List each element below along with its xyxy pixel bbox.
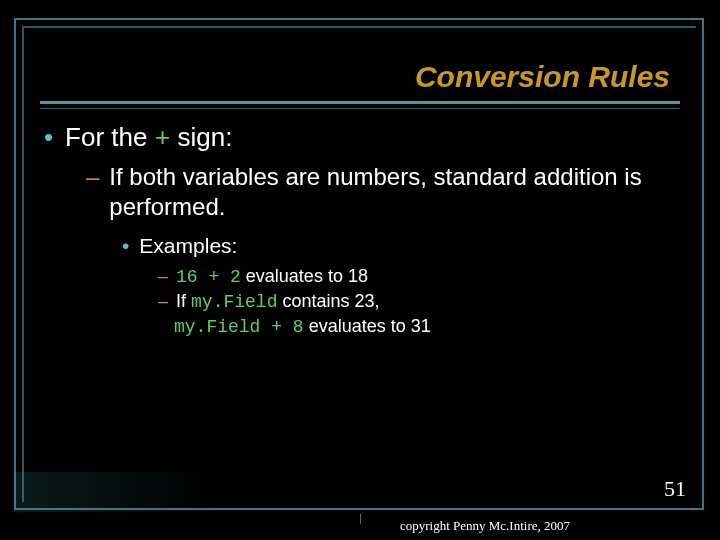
result-text: evaluates to 18 bbox=[241, 266, 368, 286]
code-expr: my.Field + 8 bbox=[174, 317, 304, 337]
example-1-text: 16 + 2 evaluates to 18 bbox=[176, 266, 368, 287]
code-field: my.Field bbox=[191, 292, 277, 312]
example-2: – If my.Field contains 23, bbox=[158, 291, 674, 312]
bullet1-prefix: For the bbox=[65, 122, 155, 152]
bullet-mark: • bbox=[44, 122, 53, 153]
plus-sign: + bbox=[155, 124, 171, 154]
dash-mark: – bbox=[158, 266, 168, 287]
ex2-suffix: contains 23, bbox=[277, 291, 379, 311]
slide-number: 51 bbox=[664, 476, 686, 502]
result-text: evaluates to 31 bbox=[304, 316, 431, 336]
title-underline-shadow bbox=[40, 108, 680, 109]
ex2-prefix: If bbox=[176, 291, 191, 311]
example-2-cont: my.Field + 8 evaluates to 31 bbox=[174, 316, 674, 337]
bullet1-suffix: sign: bbox=[170, 122, 232, 152]
dash-mark: – bbox=[86, 163, 99, 191]
dash-mark: – bbox=[158, 291, 168, 312]
slide-content: • For the + sign: – If both variables ar… bbox=[44, 122, 674, 337]
inner-frame-left bbox=[22, 26, 30, 502]
example-2-text: If my.Field contains 23, bbox=[176, 291, 380, 312]
copyright-text: copyright Penny Mc.Intire, 2007 bbox=[400, 518, 570, 534]
bullet1-text: For the + sign: bbox=[65, 122, 232, 154]
dash-level1: – If both variables are numbers, standar… bbox=[86, 162, 674, 222]
examples-label: Examples: bbox=[139, 234, 237, 258]
slide-title: Conversion Rules bbox=[415, 60, 670, 94]
code-expr: 16 + 2 bbox=[176, 267, 241, 287]
footer-tick bbox=[360, 514, 361, 524]
dash1-text: If both variables are numbers, standard … bbox=[109, 162, 674, 222]
bullet-level1: • For the + sign: bbox=[44, 122, 674, 154]
example-1: – 16 + 2 evaluates to 18 bbox=[158, 266, 674, 287]
inner-frame-top bbox=[22, 26, 696, 34]
bullet-level2: • Examples: bbox=[122, 234, 674, 258]
bullet-mark: • bbox=[122, 234, 129, 258]
